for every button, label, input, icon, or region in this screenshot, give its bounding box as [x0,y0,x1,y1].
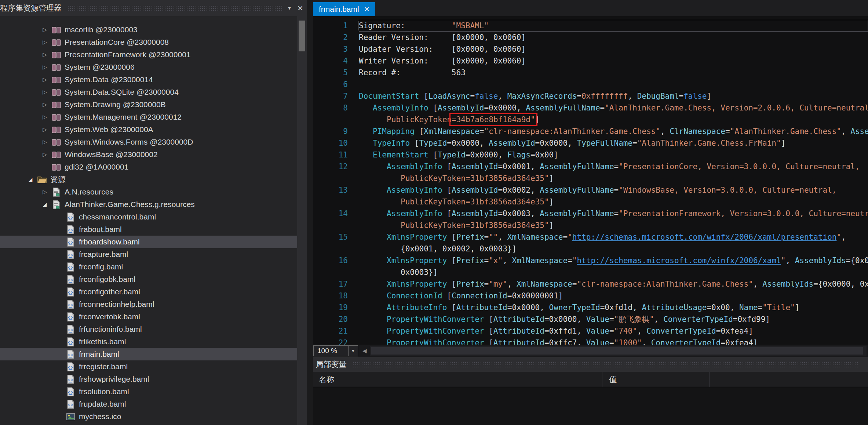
expander-collapsed-icon[interactable]: ▷ [41,139,49,145]
tree-item[interactable]: ▷PresentationCore @23000008 [0,36,297,48]
code-token: [ [447,303,456,312]
code-token: AssemblyFullName [540,209,614,218]
tree-item[interactable]: frmain.baml [0,348,297,360]
tree-item-label: System.Web @2300000A [65,125,153,134]
tree-item[interactable]: frconfigother.baml [0,286,297,298]
tree-item[interactable]: ▷A.N.resources [0,186,297,198]
horizontal-scrollbar-thumb[interactable] [371,347,863,355]
horizontal-scrollbar[interactable] [370,346,867,356]
code-token: =0x0000, [466,150,507,159]
tree-item[interactable]: ◢{} [0,423,297,425]
expander-expanded-icon[interactable]: ◢ [26,177,34,182]
tree-item[interactable]: frsolution.baml [0,385,297,398]
tree-item[interactable]: ▷System.Drawing @2300000B [0,98,297,111]
tree-item[interactable]: mychess.ico [0,410,297,423]
expander-collapsed-icon[interactable]: ▷ [41,151,49,158]
expander-collapsed-icon[interactable]: ▷ [41,51,49,58]
tree-item[interactable]: ▷System.Data @23000014 [0,73,297,86]
zoom-control[interactable]: 100 % ▼ [313,345,358,356]
tab-frmain-baml[interactable]: frmain.baml × [313,2,375,16]
code-token: = [484,280,489,288]
code-token: = [484,256,489,265]
tree-item-label: frconfigobk.baml [79,275,135,284]
expander-collapsed-icon[interactable]: ▷ [41,114,49,120]
tree-scrollbar-thumb[interactable] [299,21,305,51]
code-line-text: ElementStart [TypeId=0x0000, Flags=0x00] [359,149,868,161]
expander-collapsed-icon[interactable]: ▷ [41,101,49,108]
tree-item[interactable]: frboardshow.baml [0,236,297,248]
tree-item[interactable]: ▷PresentationFramework @23000001 [0,48,297,61]
expander-collapsed-icon[interactable]: ▷ [41,39,49,46]
hyperlink[interactable]: http://schemas.microsoft.com/winfx/2006/… [572,233,837,241]
locals-panel-header[interactable]: 局部变量 [313,357,868,372]
code-token: "" [489,233,498,241]
tree-item[interactable]: frshowprivilege.baml [0,373,297,385]
tree-item[interactable]: frupdate.baml [0,398,297,410]
tree-item[interactable]: frabout.baml [0,223,297,236]
tree-item[interactable]: ▷WindowsBase @23000002 [0,148,297,161]
code-token: AttributeId [493,327,544,335]
expander-collapsed-icon[interactable]: ▷ [41,89,49,95]
zoom-dropdown-button[interactable]: ▼ [348,346,358,356]
tree-item[interactable]: frconvertobk.baml [0,310,297,323]
code-token: " [572,256,577,265]
column-header-value[interactable]: 值 [602,372,710,387]
hscrollbar-left-arrow-icon[interactable]: ◀ [362,348,367,354]
code-line-wrap: PublicKeyToken=34b7a6e8bf164a9d"] [313,114,868,126]
code-line-text: DocumentStart [LoadAsync=false, MaxAsync… [359,90,868,102]
tree-item[interactable]: ◢AlanThinker.Game.Chess.g.resources [0,198,297,211]
tree-item-label: PresentationCore @23000008 [65,38,169,47]
code-line: 10TypeInfo [TypeId=0x0000, AssemblyId=0x… [313,137,868,149]
window-menu-icon[interactable]: ▾ [288,5,291,11]
code-token: ConnectionId [387,291,442,300]
tree-item[interactable]: ▷System.Management @23000012 [0,111,297,123]
code-line: 6 [313,79,868,90]
column-header-name[interactable]: 名称 [313,372,602,387]
tree-item[interactable]: frlikethis.baml [0,335,297,348]
hyperlink[interactable]: http://schemas.microsoft.com/winfx/2006/… [577,256,781,265]
code-token: AssemblyId [452,186,498,195]
editor-region: frmain.baml × 1Signature: "MSBAML"2Reade… [313,0,868,357]
tree-item[interactable]: frconfigobk.baml [0,273,297,286]
expander-collapsed-icon[interactable]: ▷ [41,126,49,133]
code-token: "PresentationCore, Version=3.0.0.0, Cult… [619,162,864,171]
code-token: =0x0001, [498,162,540,171]
tree-item[interactable]: ◢资源 [0,173,297,186]
tree-item[interactable]: frfunctioninfo.baml [0,323,297,335]
expander-collapsed-icon[interactable]: ▷ [41,64,49,70]
code-line-text: ConnectionId [ConnectionId=0x00000001] [359,290,868,302]
tree-item[interactable]: ▷System @23000006 [0,61,297,73]
tab-close-icon[interactable]: × [364,5,369,14]
code-line-wrap: {0x0001, 0x0002, 0x0003}] [313,243,868,255]
tree-item[interactable]: chessmancontrol.baml [0,211,297,223]
tree-item[interactable]: ▷System.Windows.Forms @2300000D [0,136,297,148]
tree-item[interactable]: frcapture.baml [0,248,297,261]
tree-item[interactable]: frregister.baml [0,360,297,373]
tree-item[interactable]: ▷System.Web @2300000A [0,123,297,136]
line-number [313,266,348,278]
expander-expanded-icon[interactable]: ◢ [41,201,49,207]
code-token: ClrNamespace [670,127,725,136]
tree-scrollbar[interactable] [297,16,307,425]
close-icon[interactable]: × [298,3,303,13]
line-number: 6 [313,79,348,90]
locals-table-body[interactable] [313,387,868,425]
tree-item[interactable]: frconfig.baml [0,261,297,273]
code-token: , [753,280,762,288]
code-view[interactable]: 1Signature: "MSBAML"2Reader Version: [0x… [313,16,868,345]
tree-item[interactable]: gdi32 @1A000001 [0,161,297,173]
code-token: "Title" [762,303,795,312]
tree-item[interactable]: ▷mscorlib @23000003 [0,23,297,36]
tab-bar: frmain.baml × [313,0,868,16]
code-token: [ [428,103,438,112]
tree-item[interactable]: frconnectionhelp.baml [0,298,297,310]
expander-collapsed-icon[interactable]: ▷ [41,76,49,83]
expander-collapsed-icon[interactable]: ▷ [41,189,49,195]
code-token: =0x0003, [498,209,540,218]
tree-item[interactable]: ▷System.Data.SQLite @23000004 [0,86,297,98]
assembly-icon [51,75,62,85]
expander-collapsed-icon[interactable]: ▷ [41,26,49,33]
code-token: [ [484,315,493,324]
assembly-explorer-header[interactable]: 程序集资源管理器 ▾ × [0,0,307,16]
code-line-text: Writer Version: [0x0000, 0x0060] [359,55,868,67]
